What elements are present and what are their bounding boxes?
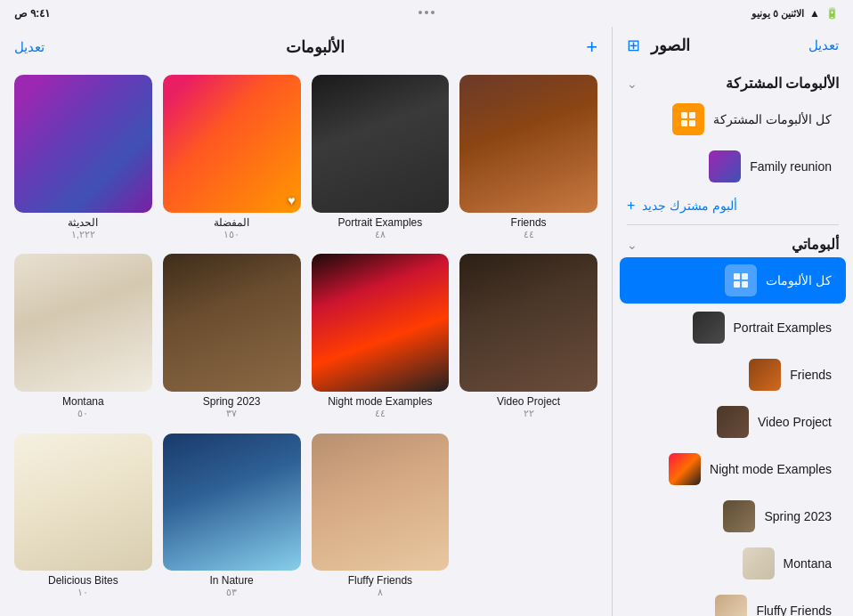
sidebar-item-montana[interactable]: Montana xyxy=(620,540,846,587)
sidebar-title: الصور xyxy=(651,36,690,55)
svg-rect-2 xyxy=(681,120,687,126)
sidebar-item-all-shared[interactable]: كل الألبومات المشتركة xyxy=(620,96,846,142)
svg-rect-0 xyxy=(681,112,687,118)
albums-title: الألبومات xyxy=(59,37,571,57)
wifi-icon: ▲ xyxy=(809,7,820,20)
battery-icon: 🔋 xyxy=(825,7,839,20)
album-portrait[interactable]: Portrait Examples٤٨ xyxy=(312,75,450,243)
sidebar-item-spring[interactable]: Spring 2023 xyxy=(620,493,846,539)
svg-rect-6 xyxy=(734,281,740,288)
sidebar: ⊞ الصور تعديل ⌄الألبومات المشتركةكل الأل… xyxy=(613,27,853,616)
sidebar-item-fluffy[interactable]: Fluffy Friends xyxy=(620,588,846,616)
shared-albums-section-header: ⌄الألبومات المشتركة xyxy=(613,68,853,95)
album-video[interactable]: Video Project٢٢ xyxy=(459,254,597,422)
album-delicious[interactable]: Delicious Bites١٠ xyxy=(14,434,152,602)
album-night[interactable]: Night mode Examples٤٤ xyxy=(312,254,450,422)
status-bar: ٩:٤١ ص الاثنين ٥ يونيو ▲ 🔋 xyxy=(0,0,853,27)
sidebar-edit-button[interactable]: تعديل xyxy=(808,37,839,53)
sidebar-thumb-video xyxy=(717,406,749,438)
svg-rect-4 xyxy=(734,273,740,280)
sidebar-item-friends[interactable]: Friends xyxy=(620,352,846,398)
sidebar-content: ⌄الألبومات المشتركةكل الألبومات المشتركة… xyxy=(613,64,853,616)
sidebar-item-night[interactable]: Night mode Examples xyxy=(620,446,846,492)
sidebar-thumb-family-reunion xyxy=(709,150,741,182)
sidebar-thumb-fluffy xyxy=(715,595,747,616)
sidebar-thumb-portrait xyxy=(693,312,725,344)
sidebar-add-album[interactable]: ألبوم مشترك جديد+ xyxy=(613,190,853,221)
sidebar-item-family-reunion[interactable]: Family reunion xyxy=(620,143,846,190)
svg-rect-7 xyxy=(742,281,748,288)
sidebar-item-video[interactable]: Video Project xyxy=(620,399,846,445)
album-montana[interactable]: Montana٥٠ xyxy=(14,254,152,422)
svg-rect-1 xyxy=(689,112,695,118)
album-favorites[interactable]: ♥المفضلة١٥٠ xyxy=(163,75,301,243)
album-friends[interactable]: Friends٤٤ xyxy=(459,75,597,243)
album-innature[interactable]: In Nature٥٣ xyxy=(163,434,301,602)
sidebar-header: ⊞ الصور تعديل xyxy=(613,27,853,64)
album-fluffy[interactable]: Fluffy Friends٨ xyxy=(312,434,450,602)
svg-rect-3 xyxy=(689,120,695,126)
albums-panel: تعديل الألبومات + الحديثة١,٢٢٢♥المفضلة١٥… xyxy=(0,27,613,616)
section-chevron[interactable]: ⌄ xyxy=(627,77,638,91)
sidebar-panel-toggle[interactable]: ⊞ xyxy=(627,36,640,55)
sidebar-thumb-montana xyxy=(743,547,775,580)
sidebar-item-all-albums[interactable]: كل الألبومات xyxy=(620,257,846,304)
status-right: الاثنين ٥ يونيو ▲ 🔋 xyxy=(751,7,839,20)
album-spring[interactable]: Spring 2023٣٧ xyxy=(163,254,301,422)
album-recent[interactable]: الحديثة١,٢٢٢ xyxy=(14,75,152,243)
sidebar-thumb-night xyxy=(669,453,701,485)
albums-add-button[interactable]: + xyxy=(571,36,597,59)
status-time: ٩:٤١ ص xyxy=(14,7,50,20)
plus-icon: + xyxy=(627,198,635,214)
sidebar-header-icons: ⊞ الصور xyxy=(627,36,690,55)
main-layout: تعديل الألبومات + الحديثة١,٢٢٢♥المفضلة١٥… xyxy=(0,27,853,616)
sidebar-thumb-spring xyxy=(723,500,755,532)
albums-grid: الحديثة١,٢٢٢♥المفضلة١٥٠Portrait Examples… xyxy=(0,68,612,616)
my-albums-section-header: ⌄ألبوماتي xyxy=(613,229,853,256)
sidebar-thumb-friends xyxy=(749,359,781,391)
sidebar-item-portrait[interactable]: Portrait Examples xyxy=(620,304,846,351)
svg-rect-5 xyxy=(742,273,748,280)
sidebar-icon-all-albums xyxy=(725,264,757,296)
section-chevron[interactable]: ⌄ xyxy=(627,238,638,252)
albums-header: تعديل الألبومات + xyxy=(0,27,612,68)
albums-edit-button[interactable]: تعديل xyxy=(14,39,59,55)
sidebar-icon-all-shared xyxy=(672,103,704,135)
